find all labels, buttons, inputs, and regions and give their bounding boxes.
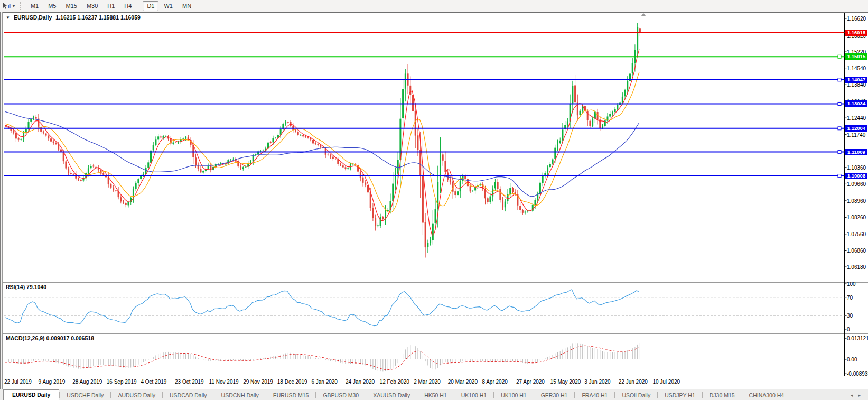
price-badge: 1.15015 (845, 53, 867, 60)
rsi-tick-label: 70 (847, 295, 853, 301)
tab-scroll-right-icon[interactable]: ▸ (858, 393, 861, 398)
line-drag-handle[interactable] (838, 174, 841, 178)
date-tick-label: 4 Oct 2019 (141, 379, 166, 385)
date-tick-label: 16 Sep 2019 (107, 379, 137, 385)
chart-tab-audusd-daily[interactable]: AUDUSD Daily (111, 390, 162, 400)
chart-tab-ger30-h1[interactable]: GER30 H1 (534, 390, 575, 400)
price-badge: 1.14047 (845, 77, 867, 83)
chart-tab-eurusd-daily[interactable]: EURUSD Daily (3, 389, 59, 400)
chart-symbol-label: EURUSD,Daily (14, 14, 52, 21)
mt4-terminal: ▼ M1M5M15M30H1H4D1W1MN ▼ EURUSD,Daily 1.… (0, 0, 868, 400)
date-tick-label: 10 Jul 2020 (652, 379, 680, 385)
date-tick-label: 28 Aug 2019 (72, 379, 102, 385)
date-tick-label: 27 Apr 2020 (516, 379, 545, 385)
price-tick-label: 1.16620 (847, 16, 866, 22)
timeframe-button-h4[interactable]: H4 (120, 1, 136, 11)
timeframe-button-h1[interactable]: H1 (103, 1, 119, 11)
rsi-value-label: 79.1040 (26, 284, 46, 290)
tab-scroll-left-icon[interactable]: ◂ (851, 393, 853, 398)
timeframe-button-mn[interactable]: MN (178, 1, 195, 11)
macd-signal-value-label: 0.006518 (71, 335, 94, 341)
toolbar-separator (199, 2, 199, 10)
moving-average-line (5, 72, 639, 213)
line-drag-handle[interactable] (838, 78, 841, 81)
chart-ohlc-values: 1.16215 1.16237 1.15881 1.16059 (55, 14, 141, 21)
chart-tab-uk100-h1[interactable]: UK100 H1 (494, 390, 533, 400)
date-tick-label: 22 Jun 2020 (619, 379, 648, 385)
rsi-line (5, 290, 639, 326)
line-drag-handle[interactable] (838, 151, 841, 154)
price-tick-label: 1.12440 (847, 115, 866, 121)
macd-name-label: MACD(12,26,9) (6, 335, 45, 341)
macd-tick-label: 0.013121 (847, 336, 868, 341)
macd-tick-label: 0.00 (847, 357, 857, 362)
chart-tab-usdchf-daily[interactable]: USDCHF Daily (60, 390, 110, 400)
price-badge: 1.16018 (845, 30, 867, 36)
chart-tab-uk100-h1[interactable]: UK100 H1 (454, 390, 493, 400)
macd-tick-label: -0.008933 (847, 371, 868, 377)
chart-cursor-icon[interactable] (2, 2, 11, 10)
timeframe-button-m1[interactable]: M1 (26, 1, 43, 11)
line-drag-handle[interactable] (838, 127, 841, 130)
window-left-frame (0, 12, 3, 400)
chart-tab-usoil-daily[interactable]: USOil Daily (615, 390, 657, 400)
rsi-tick-label: 0 (847, 327, 850, 332)
chart-tab-dj30-m15[interactable]: DJ30 M15 (703, 390, 742, 400)
tab-scroll-arrows: ◂▸ (851, 393, 868, 400)
chart-title-bar[interactable]: ▼ EURUSD,Daily 1.16215 1.16237 1.15881 1… (6, 14, 141, 21)
timeframe-buttons: M1M5M15M30H1H4D1W1MN (26, 1, 202, 11)
line-drag-handle[interactable] (838, 55, 841, 58)
chart-tab-gbpusd-m30[interactable]: GBPUSD M30 (316, 390, 366, 400)
price-badge: 1.11009 (845, 149, 867, 155)
rsi-tick-label: 30 (847, 313, 853, 319)
price-tick-label: 1.14540 (847, 66, 866, 71)
chart-shift-marker (641, 13, 646, 16)
price-tick-label: 1.06180 (847, 264, 866, 270)
price-chart-plot[interactable] (0, 12, 868, 376)
line-drag-handle[interactable] (838, 102, 841, 105)
price-tick-label: 1.08260 (847, 215, 866, 220)
moving-average-line (5, 49, 639, 235)
chart-tab-xauusd-daily[interactable]: XAUUSD Daily (366, 390, 417, 400)
chart-tab-usdjpy-h1[interactable]: USDJPY H1 (658, 390, 702, 400)
timeframe-button-m30[interactable]: M30 (82, 1, 102, 11)
date-tick-label: 15 May 2020 (550, 379, 581, 385)
toolbar-grip[interactable] (20, 2, 23, 10)
date-tick-label: 8 Apr 2020 (482, 379, 507, 385)
toolbar-separator (139, 2, 139, 10)
date-tick-label: 20 Mar 2020 (448, 379, 478, 385)
price-badge: 1.12004 (845, 125, 867, 132)
chart-menu-triangle-icon[interactable]: ▼ (6, 15, 10, 20)
date-tick-label: 6 Jan 2020 (311, 379, 338, 385)
timeframe-toolbar: ▼ M1M5M15M30H1H4D1W1MN (0, 0, 868, 12)
timeframe-button-w1[interactable]: W1 (160, 1, 177, 11)
chart-tab-usdcnh-daily[interactable]: USDCNH Daily (214, 390, 266, 400)
chart-tab-fra40-h1[interactable]: FRA40 H1 (575, 390, 614, 400)
price-tick-label: 1.07560 (847, 231, 866, 237)
chart-tab-usdcad-daily[interactable]: USDCAD Daily (163, 390, 214, 400)
chart-tab-china300-h4[interactable]: CHINA300 H4 (742, 390, 791, 400)
date-tick-label: 9 Aug 2019 (39, 379, 66, 385)
price-tick-label: 1.08960 (847, 198, 866, 204)
macd-pane-header: MACD(12,26,9) 0.009017 0.006518 (6, 335, 94, 341)
date-tick-label: 24 Jan 2020 (346, 379, 375, 385)
date-tick-label: 29 Nov 2019 (243, 379, 273, 385)
chart-tab-hk50-h1[interactable]: HK50 H1 (417, 390, 454, 400)
date-tick-label: 23 Oct 2019 (175, 379, 203, 385)
chart-tab-eurusd-m15[interactable]: EURUSD M15 (266, 390, 316, 400)
date-tick-label: 3 Jun 2020 (584, 379, 611, 385)
macd-main-value-label: 0.009017 (46, 335, 69, 341)
price-badge: 1.10008 (845, 173, 867, 179)
date-tick-label: 12 Feb 2020 (380, 379, 409, 385)
rsi-name-label: RSI(14) (6, 284, 25, 290)
rsi-tick-label: 100 (847, 281, 856, 287)
dropdown-arrow-icon[interactable]: ▼ (12, 4, 16, 8)
candlestick-series[interactable] (5, 23, 641, 258)
timeframe-button-m5[interactable]: M5 (44, 1, 60, 11)
timeframe-button-m15[interactable]: M15 (61, 1, 81, 11)
price-tick-label: 1.09660 (847, 181, 866, 187)
price-tick-label: 1.11740 (847, 132, 865, 138)
macd-signal-line (5, 346, 639, 369)
date-tick-label: 18 Dec 2019 (277, 379, 307, 385)
timeframe-button-d1[interactable]: D1 (143, 1, 158, 11)
